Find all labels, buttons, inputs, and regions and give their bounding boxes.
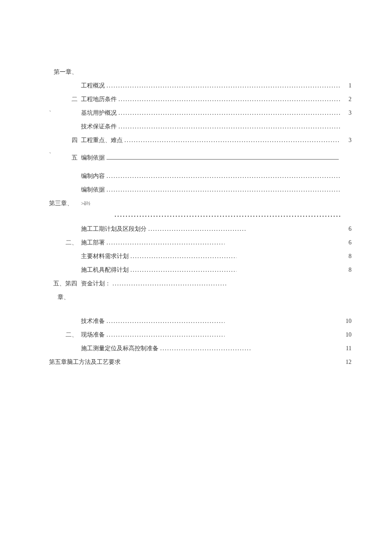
entry-page: 1: [340, 82, 352, 89]
chapter-5-heading: 第五章脑工方法及工艺要求 12: [49, 358, 352, 368]
entry-label: 五: [49, 154, 81, 162]
entry-text: 工程地历条件: [81, 96, 117, 103]
toc-entry: 五、第四 资金计划：: [49, 280, 352, 289]
toc-dots: [105, 82, 340, 89]
toc-dots: [111, 280, 228, 287]
entry-text: 现场准备: [81, 331, 105, 339]
toc-entry: 基坑用护概况 3: [49, 109, 352, 119]
entry-page: 10: [340, 318, 352, 325]
entry-page: 10: [340, 331, 352, 338]
toc-underscore: [107, 154, 339, 160]
toc-dots: [105, 239, 225, 246]
entry-text: 技术保证条件: [81, 123, 117, 131]
toc-entry: 施工测量定位及标高控制准备 11: [49, 345, 352, 354]
label-continuation: 章、: [49, 293, 352, 303]
toc-entry: 工程概况 1: [49, 82, 352, 91]
toc-dots: [105, 331, 225, 338]
comma-text: 、: [49, 106, 54, 112]
toc-dots: [129, 253, 236, 260]
toc-dots: [117, 96, 340, 103]
entry-text: 基坑用护概况: [81, 109, 117, 117]
entry-page: 8: [340, 253, 352, 260]
toc-entry: 施工机具配得计划 8: [49, 266, 352, 276]
entry-text: 施工部署: [81, 239, 105, 247]
entry-text: 编制依据: [81, 154, 105, 162]
toc-entry: 主要材料需求计划 8: [49, 253, 352, 262]
entry-text: 主要材料需求计划: [81, 253, 129, 260]
entry-text: 编制依据: [81, 186, 105, 194]
entry-label: 二、: [49, 331, 81, 339]
toc-entry: 四 工程重点、难点 3: [49, 137, 352, 146]
entry-label: 二、: [49, 239, 81, 247]
chapter-3-heading: 第三章、 >õ½: [49, 200, 352, 209]
comma-text: 、: [49, 148, 54, 154]
spacer: [49, 307, 352, 317]
entry-text: 编制内容: [81, 172, 105, 180]
toc-dots: [117, 110, 340, 116]
chapter-5-page: 12: [340, 359, 352, 366]
spacer: [49, 167, 352, 172]
chapter-3-dots: [49, 212, 352, 221]
entry-text: 工程概况: [81, 82, 105, 90]
toc-dots: [117, 123, 340, 130]
toc-entry: 施工工期计划及区段划分 6: [49, 225, 352, 235]
entry-text: 施工工期计划及区段划分: [81, 225, 147, 233]
chapter-1-heading: 第一章、: [49, 68, 352, 78]
entry-text: 工程重点、难点: [81, 137, 123, 144]
toc-dots: [105, 318, 225, 325]
entry-text: 技术准备: [81, 317, 105, 325]
toc-entry: 编制内容: [49, 172, 352, 182]
chapter-3-suffix: >õ½: [81, 200, 90, 207]
entry-label: 五、第四: [49, 280, 81, 288]
entry-page: 6: [340, 226, 352, 232]
toc-dots: [113, 212, 340, 218]
entry-page: 8: [340, 267, 352, 273]
chapter-3-label: 第三章、: [49, 200, 81, 207]
toc-dots: [129, 267, 236, 273]
entry-text: 施工测量定位及标高控制准备: [81, 345, 159, 352]
entry-page: 2: [340, 96, 352, 103]
toc-entry: 编制依据: [49, 186, 352, 195]
toc-entry: 二、 现场准备 10: [49, 331, 352, 340]
chapter-5-label: 第五章脑工方法及工艺要求: [49, 358, 121, 366]
entry-label: 二: [49, 96, 81, 103]
entry-label: 四: [49, 137, 81, 144]
toc-dots: [159, 345, 251, 352]
entry-text: 资金计划：: [81, 280, 111, 288]
toc-entry: 五 编制依据: [49, 154, 352, 163]
toc-dots: [105, 173, 340, 180]
toc-entry: 二 工程地历条件 2: [49, 96, 352, 105]
entry-page: 3: [340, 137, 352, 144]
toc-dots: [147, 226, 245, 232]
toc-entry: 技术准备 10: [49, 317, 352, 327]
toc-entry: 技术保证条件: [49, 123, 352, 132]
entry-page: 3: [340, 110, 352, 116]
entry-page: 11: [340, 345, 352, 352]
toc-dots: [123, 137, 340, 144]
toc-dots: [105, 186, 340, 193]
toc-entry: 二、 施工部署 6: [49, 239, 352, 248]
entry-page: 6: [340, 239, 352, 246]
chapter-cont-label: 章、: [49, 293, 81, 301]
chapter-1-label: 第一章、: [49, 68, 81, 76]
toc-page: 第一章、 工程概况 1 二 工程地历条件 2 、 基坑用护概况 3 技术保证条件…: [0, 0, 392, 368]
entry-text: 施工机具配得计划: [81, 266, 129, 274]
